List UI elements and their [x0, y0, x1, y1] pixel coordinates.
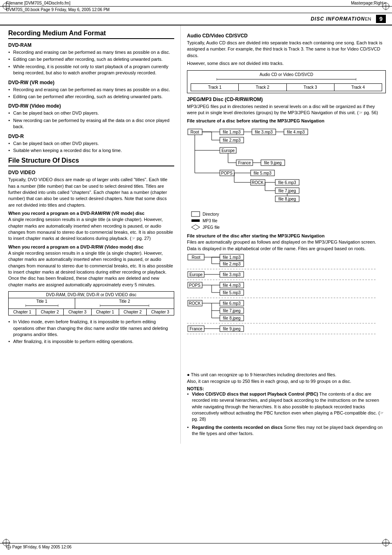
svg-text:file 4.mp3: file 4.mp3	[287, 130, 305, 134]
dvd-video-heading: DVD VIDEO	[8, 170, 174, 175]
svg-text:file 4.mp3: file 4.mp3	[223, 283, 241, 288]
notes-label: NOTES:	[187, 386, 204, 391]
svg-marker-71	[191, 225, 200, 230]
capacity-note: ● This unit can recognize up to 9 hierar…	[187, 372, 386, 385]
list-item: Can be played back on other DVD players.	[8, 110, 174, 116]
dvd-rw-video-list: Can be played back on other DVD players.…	[8, 110, 174, 130]
chapter-diagram-title: DVD-RAM, DVD-RW, DVD-R or DVD VIDEO disc	[9, 292, 174, 298]
dvd-r-heading: DVD-R	[8, 134, 174, 139]
sub-header: DVM70S_00.book Page 9 Friday, May 6, 200…	[0, 7, 392, 13]
notes-pbc-bold: Video CD/SVCD discs that support Playbac…	[192, 391, 318, 396]
svg-text:file 6.mp3: file 6.mp3	[223, 301, 241, 306]
list-item: In Video mode, even before finalizing, i…	[8, 319, 174, 338]
svg-text:France: France	[238, 161, 251, 165]
svg-text:ROCK: ROCK	[189, 301, 201, 306]
chapter-diagram: DVD-RAM, DVD-RW, DVD-R or DVD VIDEO disc…	[8, 291, 174, 315]
list-item: Suitable when keeping a recorded disc fo…	[8, 147, 174, 154]
title2-cell: Title 2	[75, 298, 174, 309]
chapter-cell: Chapter 2	[36, 309, 64, 315]
svg-text:file 5.mp3: file 5.mp3	[254, 171, 272, 175]
section-header: DISC INFORMATION EN 9	[0, 13, 392, 25]
file-tree-after: Root file 1.mp3 file 2.mp3 Europe	[187, 253, 386, 369]
legend: Directory MP3 file JPEG file	[191, 211, 386, 230]
dvd-r-rw-video-text: A single recording session results in a …	[8, 250, 174, 288]
page-footer: Page 9Friday, 6 May 2005 12:06	[0, 543, 392, 551]
heading-file-structure: File Structure Of Discs	[8, 157, 174, 166]
legend-item-jpeg: JPEG file	[191, 224, 386, 230]
dvd-ram-rw-vr-text: A single recording session results in a …	[8, 216, 174, 242]
section-title: DISC INFORMATION	[311, 16, 365, 22]
heading-recording-medium: Recording Medium And Format	[8, 30, 174, 39]
corner-mark-tl	[2, 2, 10, 10]
file-structure-after-text: Files are automatically grouped as follo…	[187, 239, 386, 252]
audio-diagram-title: Audio CD or Video CD/SVCD	[191, 72, 382, 82]
svg-text:file 5.mp3: file 5.mp3	[223, 290, 241, 295]
filename-label: Filename [DVM70S_04DiscInfo.fm]	[6, 1, 70, 5]
corner-mark-tr	[382, 2, 390, 10]
svg-text:file 7.jpeg: file 7.jpeg	[223, 309, 241, 313]
list-item: Recording and erasing can be performed a…	[8, 87, 174, 93]
audio-tracks: Track 1 Track 2 Track 3 Track 4	[191, 83, 382, 91]
list-item: While recording, it is possible not only…	[8, 64, 174, 76]
track-cell: Track 2	[239, 84, 286, 91]
notes-list-item: Regarding the contents recorded on discs…	[187, 424, 386, 437]
dvd-ram-list: Recording and erasing can be performed a…	[8, 49, 174, 76]
footer-text: Page 9Friday, 6 May 2005 12:06	[6, 545, 71, 549]
svg-text:POPS: POPS	[221, 171, 233, 175]
svg-text:file 7.jpeg: file 7.jpeg	[279, 189, 296, 193]
dvd-ram-heading: DVD-RAM	[8, 42, 174, 48]
left-column: Recording Medium And Format DVD-RAM Reco…	[0, 25, 181, 444]
top-bar: Filename [DVM70S_04DiscInfo.fm] Masterpa…	[0, 0, 392, 7]
chapter-cell: Chapter 3	[147, 309, 174, 315]
chapter-cell: Chapter 1	[9, 309, 36, 315]
list-item: Can be played back on other DVD players.	[8, 140, 174, 147]
audio-cd-heading: Audio CD/Video CD/SVCD	[187, 33, 386, 39]
page: Filename [DVM70S_04DiscInfo.fm] Masterpa…	[0, 0, 392, 555]
dvd-rw-vr-list: Recording and erasing can be performed a…	[8, 87, 174, 100]
title1-cell: Title 1	[9, 298, 75, 309]
file-structure-before-heading: File structure of a disc before starting…	[187, 118, 386, 123]
jpeg-mp3-heading: JPEG/MP3 Disc (CD-R/RW/ROM)	[187, 97, 386, 102]
list-item: Recording and erasing can be performed a…	[8, 49, 174, 55]
svg-text:Root: Root	[190, 130, 199, 134]
notes-list-item: Video CD/SVCD discs that support Playbac…	[187, 391, 386, 423]
svg-text:POPS: POPS	[189, 283, 201, 288]
svg-text:Europe: Europe	[189, 272, 203, 277]
svg-rect-70	[191, 219, 200, 222]
dvd-video-text: Typically, DVD VIDEO discs are made up o…	[8, 177, 174, 208]
dvd-rw-vr-heading: DVD-RW (VR mode)	[8, 80, 174, 85]
legend-mp3-label: MP3 file	[203, 219, 217, 223]
track-cell: Track 1	[191, 84, 239, 91]
audio-cd-diagram: Audio CD or Video CD/SVCD Track 1 Track …	[187, 70, 386, 93]
svg-text:file 6.mp3: file 6.mp3	[278, 180, 296, 185]
chapter-cell: Chapter 3	[64, 309, 91, 315]
chapter-cell: Chapter 2	[119, 309, 147, 315]
notes-contents-bold: Regarding the contents recorded on discs	[192, 425, 283, 430]
bottom-bullets: In Video mode, even before finalizing, i…	[8, 319, 174, 345]
svg-text:file 2.mp3: file 2.mp3	[223, 262, 241, 266]
svg-text:file 8.jpeg: file 8.jpeg	[223, 316, 241, 320]
svg-text:Europe: Europe	[221, 148, 235, 153]
book-info-label: DVM70S_00.book Page 9 Friday, May 6, 200…	[6, 7, 110, 12]
svg-text:ROCK: ROCK	[252, 180, 264, 185]
list-item: Editing can be performed after recording…	[8, 56, 174, 62]
svg-text:file 8.jpeg: file 8.jpeg	[279, 197, 296, 201]
chapter-titles-row: Title 1 Title 2	[9, 298, 174, 309]
svg-text:Root: Root	[191, 255, 200, 260]
dvd-ram-rw-vr-heading: When you record a program on a DVD-RAM/R…	[8, 211, 174, 216]
list-item: After finalizing, it is impossible to pe…	[8, 339, 174, 345]
masterpage-label: Masterpage:Right+	[351, 1, 386, 5]
svg-text:file 1.mp3: file 1.mp3	[223, 255, 241, 260]
svg-text:file 9.jpeg: file 9.jpeg	[264, 161, 282, 165]
main-content: Recording Medium And Format DVD-RAM Reco…	[0, 25, 392, 444]
svg-text:file 3.mp3: file 3.mp3	[223, 272, 241, 277]
dvd-r-rw-video-heading: When you record a program on a DVD-R/RW …	[8, 244, 174, 249]
svg-text:file 9.jpeg: file 9.jpeg	[223, 327, 241, 331]
file-structure-after-heading: File structure of the disc after startin…	[187, 233, 386, 238]
dvd-rw-video-heading: DVD-RW (Video mode)	[8, 103, 174, 109]
svg-text:file 3.mp3: file 3.mp3	[255, 130, 273, 134]
jpeg-mp3-text: MP3/JPEG files put in directories nested…	[187, 104, 386, 116]
page-number: 9	[376, 15, 386, 23]
list-item: New recording can be performed by erasin…	[8, 117, 174, 130]
svg-text:file 2.mp3: file 2.mp3	[223, 138, 241, 143]
